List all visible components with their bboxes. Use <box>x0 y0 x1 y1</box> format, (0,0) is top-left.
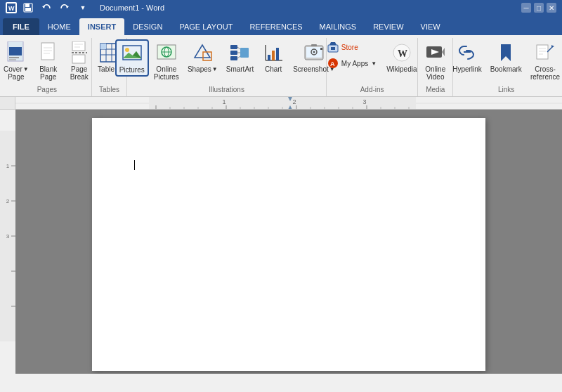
svg-marker-65 <box>501 44 511 61</box>
svg-text:2: 2 <box>292 98 296 105</box>
online-pictures-icon <box>155 41 178 64</box>
svg-rect-46 <box>272 51 275 60</box>
tables-group-label: Tables <box>96 84 122 95</box>
media-group-label: Media <box>422 84 448 95</box>
online-pictures-button[interactable]: Online Pictures <box>150 39 183 83</box>
tab-review[interactable]: REVIEW <box>365 18 412 35</box>
wikipedia-button[interactable]: W Wikipedia <box>383 39 420 75</box>
svg-rect-39 <box>240 48 249 58</box>
save-button[interactable] <box>21 1 35 15</box>
document-area: 1 2 3 <box>0 110 562 374</box>
tab-mailings[interactable]: MAILINGS <box>311 18 365 35</box>
svg-rect-52 <box>311 44 317 46</box>
ribbon-tabs: FILE HOME INSERT DESIGN PAGE LAYOUT REFE… <box>0 15 562 35</box>
screenshot-icon <box>303 41 325 64</box>
redo-button[interactable] <box>58 1 72 15</box>
addins-column: Store A My Apps ▼ <box>324 39 380 71</box>
pictures-icon <box>121 42 143 65</box>
svg-text:3: 3 <box>362 98 366 105</box>
pictures-button[interactable]: Pictures <box>115 39 149 77</box>
pictures-label: Pictures <box>119 66 145 74</box>
smartart-icon <box>228 41 251 64</box>
svg-rect-45 <box>268 55 270 60</box>
chart-icon <box>262 41 285 64</box>
links-group-label: Links <box>457 84 555 95</box>
svg-marker-55 <box>329 42 336 45</box>
blank-page-button[interactable]: Blank Page <box>34 39 63 83</box>
svg-marker-6 <box>66 6 69 8</box>
svg-rect-15 <box>72 41 85 51</box>
tab-view[interactable]: VIEW <box>412 18 449 35</box>
my-apps-dropdown: ▼ <box>371 60 377 67</box>
hyperlink-button[interactable]: Hyperlink <box>449 39 485 75</box>
horizontal-ruler: 1 2 3 <box>15 97 562 109</box>
addins-content: Store A My Apps ▼ W <box>324 39 421 84</box>
page-break-icon <box>68 41 91 64</box>
bookmark-label: Bookmark <box>490 65 522 73</box>
hyperlink-icon <box>456 41 478 64</box>
smartart-label: SmartArt <box>226 65 254 73</box>
window-controls: ─ □ ✕ <box>521 3 556 13</box>
store-button[interactable]: Store <box>324 39 380 55</box>
svg-text:W: W <box>398 48 407 59</box>
tab-page-layout[interactable]: PAGE LAYOUT <box>171 18 241 35</box>
ruler-left-spacer <box>0 97 15 109</box>
cross-reference-icon <box>534 41 556 64</box>
customize-qat-button[interactable]: ▼ <box>76 1 90 15</box>
svg-marker-70 <box>551 45 554 48</box>
online-video-button[interactable]: Online Video <box>421 39 450 83</box>
chart-button[interactable]: Chart <box>259 39 288 75</box>
svg-text:W: W <box>8 5 15 12</box>
cover-page-button[interactable]: Cover ▼ Page <box>0 39 32 83</box>
svg-line-42 <box>237 56 240 58</box>
tab-design[interactable]: DESIGN <box>124 18 171 35</box>
bookmark-icon <box>495 41 517 64</box>
svg-marker-5 <box>42 6 45 8</box>
pages-buttons: Cover ▼ Page Blank Page <box>0 39 94 84</box>
vertical-ruler: 1 2 3 <box>0 110 15 374</box>
svg-point-51 <box>313 51 315 53</box>
my-apps-button[interactable]: A My Apps ▼ <box>324 55 380 71</box>
cross-reference-label: Cross- <box>535 65 555 73</box>
tab-home[interactable]: HOME <box>39 18 79 35</box>
media-content: Online Video <box>421 39 450 84</box>
svg-rect-9 <box>9 57 19 58</box>
cross-reference-button[interactable]: Cross- reference <box>527 39 562 83</box>
smartart-button[interactable]: SmartArt <box>223 39 257 75</box>
blank-page-icon <box>37 41 60 64</box>
svg-rect-36 <box>230 45 237 49</box>
svg-line-40 <box>237 47 240 49</box>
ribbon-group-links: Hyperlink Bookmark <box>453 38 559 96</box>
shapes-button[interactable]: Shapes ▼ <box>184 39 221 75</box>
title-bar: W ▼ Document1 - Word ─ □ <box>0 0 562 15</box>
svg-rect-4 <box>25 8 31 11</box>
ruler-container: 1 2 3 <box>0 97 562 110</box>
svg-marker-34 <box>195 45 210 58</box>
svg-rect-17 <box>72 55 85 63</box>
document-page[interactable] <box>92 118 485 371</box>
svg-marker-62 <box>442 48 445 56</box>
shapes-dropdown: ▼ <box>212 66 218 72</box>
tab-references[interactable]: REFERENCES <box>241 18 311 35</box>
close-button[interactable]: ✕ <box>547 3 556 13</box>
tab-file[interactable]: FILE <box>3 18 39 35</box>
page-break-button[interactable]: Page Break <box>65 39 94 83</box>
document-scroll-area[interactable] <box>15 110 562 374</box>
minimize-button[interactable]: ─ <box>521 3 531 13</box>
svg-rect-47 <box>276 48 279 60</box>
page-break-label: Page <box>71 65 87 73</box>
svg-text:A: A <box>330 60 335 67</box>
wikipedia-label: Wikipedia <box>386 65 417 73</box>
text-cursor <box>134 160 135 170</box>
maximize-button[interactable]: □ <box>534 3 544 13</box>
illustrations-group-label: Illustrations <box>131 84 322 95</box>
table-label: Table <box>98 65 115 73</box>
svg-rect-3 <box>25 4 30 7</box>
cover-page-label: Cover <box>4 65 22 73</box>
tab-insert[interactable]: INSERT <box>79 18 124 35</box>
illustrations-buttons: Pictures Online Pictures <box>115 39 339 84</box>
svg-rect-56 <box>331 47 335 50</box>
shapes-label: Shapes <box>188 65 211 73</box>
undo-button[interactable] <box>39 1 53 15</box>
bookmark-button[interactable]: Bookmark <box>487 39 525 75</box>
